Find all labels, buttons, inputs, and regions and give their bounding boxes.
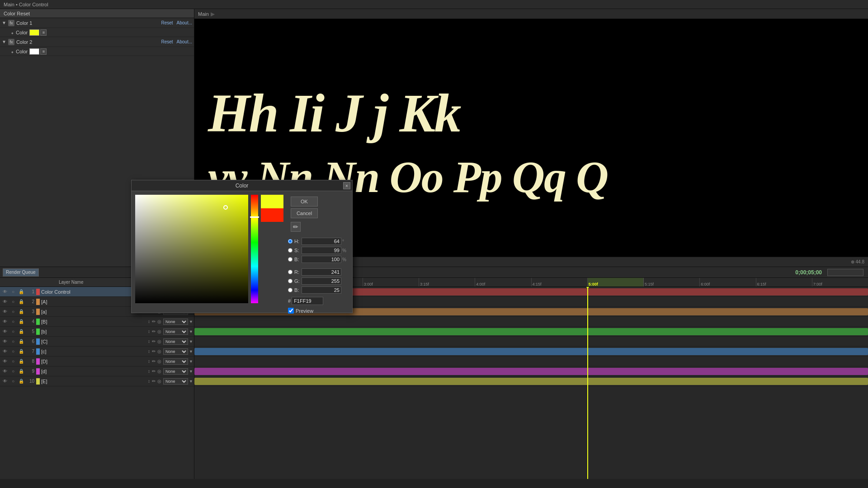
color-gradient-box[interactable] — [135, 195, 248, 303]
eye-icon-8[interactable]: 👁 — [2, 358, 8, 365]
mode-select-9[interactable]: None Add Multiply — [163, 368, 188, 375]
cancel-button[interactable]: Cancel — [291, 208, 318, 218]
preview-checkbox[interactable] — [288, 308, 294, 314]
eye-icon-6[interactable]: 👁 — [2, 338, 8, 345]
eye-icon-2[interactable]: 👁 — [2, 299, 8, 305]
swatch-btn-color1[interactable]: ≡ — [40, 29, 47, 36]
hue-value[interactable]: 64 — [302, 238, 341, 245]
eye-icon-7[interactable]: 👁 — [2, 348, 8, 355]
color-swatch-color2[interactable] — [29, 48, 39, 55]
eye-icon-10[interactable]: 👁 — [2, 378, 8, 385]
circle-icon-10[interactable]: ◎ — [157, 379, 161, 384]
lock-icon-9[interactable]: 🔒 — [18, 368, 24, 375]
eye-icon-1[interactable]: 👁 — [2, 289, 8, 295]
solo-icon-8[interactable]: ○ — [10, 358, 16, 365]
lock-icon-3[interactable]: 🔒 — [18, 309, 24, 315]
green-value[interactable]: 255 — [302, 277, 341, 285]
mode-select-7[interactable]: None Add Multiply — [163, 348, 188, 355]
preview-nav-main[interactable]: Main — [198, 11, 209, 17]
circle-icon-6[interactable]: ◎ — [157, 339, 161, 344]
color-dialog-close-button[interactable]: × — [343, 182, 350, 189]
color-swatch-color1[interactable] — [29, 29, 39, 36]
circle-icon-8[interactable]: ◎ — [157, 359, 161, 364]
paint-icon-5[interactable]: ✏ — [152, 329, 156, 334]
transform-icon-8[interactable]: ↕ — [148, 359, 150, 364]
lock-icon-2[interactable]: 🔒 — [18, 299, 24, 305]
bri-value[interactable]: 100 — [302, 256, 341, 263]
lock-icon-6[interactable]: 🔒 — [18, 338, 24, 345]
eyedropper-icon[interactable]: ✏ — [291, 222, 301, 232]
lock-icon-10[interactable]: 🔒 — [18, 378, 24, 385]
transform-icon-7[interactable]: ↕ — [148, 349, 150, 354]
paint-icon-4[interactable]: ✏ — [152, 319, 156, 324]
layer-row-10[interactable]: 👁 ○ 🔒 10 [E] ↕ ✏ ◎ None Add Multiply ▼ — [0, 376, 194, 386]
mode-select-8[interactable]: None Add Multiply — [163, 358, 188, 365]
sat-value[interactable]: 99 — [302, 247, 341, 254]
reset-btn-color1[interactable]: Reset — [161, 20, 173, 25]
layer-row-8[interactable]: 👁 ○ 🔒 8 [D] ↕ ✏ ◎ None Add Multiply ▼ — [0, 357, 194, 366]
layer-row-5[interactable]: 👁 ○ 🔒 5 [b] ↕ ✏ ◎ None Add Multiply ▼ — [0, 327, 194, 337]
swatch-btn-color2[interactable]: ≡ — [40, 48, 47, 55]
eye-icon-5[interactable]: 👁 — [2, 328, 8, 335]
ok-button[interactable]: OK — [291, 197, 318, 206]
green-radio[interactable] — [288, 279, 292, 283]
solo-icon-4[interactable]: ○ — [10, 319, 16, 325]
hue-slider[interactable] — [251, 195, 258, 303]
reset-btn-color2[interactable]: Reset — [161, 39, 173, 44]
circle-icon-5[interactable]: ◎ — [157, 329, 161, 334]
mode-select-6[interactable]: None Add Multiply — [163, 338, 188, 345]
blue-radio[interactable] — [288, 288, 292, 292]
circle-icon-7[interactable]: ◎ — [157, 349, 161, 354]
mode-select-10[interactable]: None Add Multiply — [163, 378, 188, 385]
paint-icon-7[interactable]: ✏ — [152, 349, 156, 354]
about-btn-color2[interactable]: About... — [177, 39, 192, 44]
expand-icon-color2[interactable]: ▼ — [2, 39, 6, 44]
solo-icon-2[interactable]: ○ — [10, 299, 16, 305]
eye-icon-3[interactable]: 👁 — [2, 309, 8, 315]
effect-row-color2[interactable]: ▼ fx Color 2 Reset About... — [0, 37, 194, 47]
paint-icon-10[interactable]: ✏ — [152, 379, 156, 384]
paint-icon-9[interactable]: ✏ — [152, 369, 156, 374]
solo-icon-1[interactable]: ○ — [10, 289, 16, 295]
layer-row-6[interactable]: 👁 ○ 🔒 6 [C] ↕ ✏ ◎ None Add Multiply ▼ — [0, 337, 194, 347]
red-value[interactable]: 241 — [302, 268, 341, 276]
lock-icon-7[interactable]: 🔒 — [18, 348, 24, 355]
solo-icon-5[interactable]: ○ — [10, 328, 16, 335]
expand-icon-color1[interactable]: ▼ — [2, 20, 6, 25]
transform-icon-9[interactable]: ↕ — [148, 369, 150, 374]
mode-select-4[interactable]: None Add Multiply — [163, 319, 188, 325]
solo-icon-9[interactable]: ○ — [10, 368, 16, 375]
solo-icon-3[interactable]: ○ — [10, 309, 16, 315]
lock-icon-8[interactable]: 🔒 — [18, 358, 24, 365]
circle-icon-9[interactable]: ◎ — [157, 369, 161, 374]
eye-icon-9[interactable]: 👁 — [2, 368, 8, 375]
layer-row-7[interactable]: 👁 ○ 🔒 7 [c] ↕ ✏ ◎ None Add Multiply ▼ — [0, 347, 194, 357]
lock-icon-5[interactable]: 🔒 — [18, 328, 24, 335]
transform-icon-6[interactable]: ↕ — [148, 339, 150, 344]
layer-row-4[interactable]: 👁 ○ 🔒 4 [B] ↕ ✏ ◎ None Add Multiply ▼ — [0, 317, 194, 327]
transform-icon-10[interactable]: ↕ — [148, 379, 150, 384]
lock-icon-1[interactable]: 🔒 — [18, 289, 24, 295]
time-input[interactable] — [827, 269, 863, 276]
red-radio[interactable] — [288, 270, 292, 274]
hue-radio[interactable] — [288, 239, 292, 244]
solo-icon-6[interactable]: ○ — [10, 338, 16, 345]
paint-icon-6[interactable]: ✏ — [152, 339, 156, 344]
effect-row-color1[interactable]: ▼ fx Color 1 Reset About... — [0, 18, 194, 28]
layer-row-9[interactable]: 👁 ○ 🔒 9 [d] ↕ ✏ ◎ None Add Multiply ▼ — [0, 366, 194, 376]
circle-icon-4[interactable]: ◎ — [157, 319, 161, 324]
lock-icon-4[interactable]: 🔒 — [18, 319, 24, 325]
mode-select-5[interactable]: None Add Multiply — [163, 328, 188, 335]
transform-icon-5[interactable]: ↕ — [148, 329, 150, 334]
solo-icon-7[interactable]: ○ — [10, 348, 16, 355]
color-dialog-titlebar[interactable]: Color × — [132, 180, 352, 191]
blue-value[interactable]: 25 — [302, 286, 341, 294]
eye-icon-4[interactable]: 👁 — [2, 319, 8, 325]
paint-icon-8[interactable]: ✏ — [152, 359, 156, 364]
solo-icon-10[interactable]: ○ — [10, 378, 16, 385]
transform-icon-4[interactable]: ↕ — [148, 319, 150, 324]
sat-radio[interactable] — [288, 248, 292, 253]
bri-radio[interactable] — [288, 257, 292, 262]
render-queue-btn[interactable]: Render Queue — [3, 268, 39, 277]
about-btn-color1[interactable]: About... — [177, 20, 192, 25]
